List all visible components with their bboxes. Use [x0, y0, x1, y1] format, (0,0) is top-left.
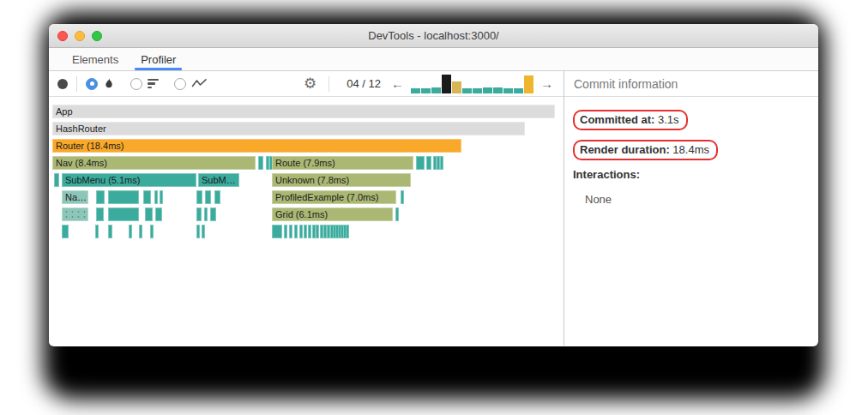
- flame-bar[interactable]: [129, 225, 132, 238]
- flame-bar[interactable]: [294, 225, 298, 238]
- interactions-radio[interactable]: [174, 78, 186, 90]
- flame-bar[interactable]: ProfiledExample (7.0ms): [272, 190, 396, 204]
- flame-bar[interactable]: [155, 208, 162, 221]
- flame-bar[interactable]: [154, 190, 158, 204]
- ranked-bars-icon: [148, 79, 159, 89]
- commit-bar[interactable]: [421, 88, 431, 93]
- commit-bar[interactable]: [514, 88, 523, 93]
- flame-bar[interactable]: [346, 225, 349, 238]
- tab-elements[interactable]: Elements: [61, 48, 130, 70]
- tab-profiler[interactable]: Profiler: [130, 48, 187, 70]
- zigzag-line-icon: [191, 76, 208, 92]
- ranked-radio[interactable]: [130, 78, 142, 90]
- flame-bar[interactable]: [95, 225, 99, 238]
- commit-selector-chart[interactable]: [411, 75, 533, 93]
- flame-bar[interactable]: [108, 190, 139, 204]
- flame-bar[interactable]: [210, 208, 216, 221]
- prev-commit-arrow-icon[interactable]: ←: [388, 76, 407, 91]
- commit-index: 04 / 12: [347, 77, 381, 90]
- flame-bar[interactable]: [139, 225, 142, 238]
- view-interactions-option[interactable]: [174, 76, 208, 92]
- flame-bar[interactable]: [62, 208, 88, 221]
- gear-icon[interactable]: ⚙: [304, 76, 316, 91]
- flame-bar[interactable]: [202, 225, 205, 238]
- profiler-pane: ⚙ 04 / 12 ← → AppHashRouterRouter (18.4m…: [49, 71, 564, 346]
- title-bar[interactable]: DevTools - localhost:3000/: [49, 24, 818, 48]
- flame-bar[interactable]: [308, 225, 311, 238]
- flame-bar[interactable]: Grid (6.1ms): [272, 208, 393, 221]
- panel-body: Committed at: 3.1s Render duration: 18.4…: [564, 97, 818, 212]
- flame-bar[interactable]: [54, 173, 59, 187]
- record-button[interactable]: [57, 79, 68, 89]
- flame-bar[interactable]: [304, 225, 307, 238]
- minimize-button[interactable]: [75, 31, 85, 41]
- commit-bar[interactable]: [483, 87, 492, 93]
- flame-bar[interactable]: [196, 190, 202, 204]
- flame-bar[interactable]: [143, 190, 151, 204]
- flame-bar[interactable]: [204, 208, 208, 221]
- traffic-lights: [57, 31, 102, 41]
- flamegraph-radio[interactable]: [86, 78, 98, 90]
- flame-bar[interactable]: [426, 156, 431, 170]
- toolbar-divider: [76, 76, 77, 92]
- committed-at-value: 3.1s: [658, 113, 679, 126]
- window-title: DevTools - localhost:3000/: [368, 29, 498, 42]
- flame-bar[interactable]: [401, 190, 404, 204]
- zoom-button[interactable]: [92, 31, 102, 41]
- panel-header: Commit information: [564, 71, 818, 97]
- flame-bar[interactable]: Nav (8.4ms): [52, 156, 256, 170]
- flame-bar[interactable]: [196, 225, 200, 238]
- view-flamegraph-option[interactable]: [86, 77, 115, 90]
- close-button[interactable]: [57, 31, 68, 41]
- devtools-window: DevTools - localhost:3000/ Elements Prof…: [49, 24, 818, 346]
- annotation-render-duration: Render duration: 18.4ms: [573, 140, 718, 160]
- interactions-none: None: [585, 193, 810, 206]
- flame-bar[interactable]: [214, 190, 220, 204]
- commit-bar[interactable]: [442, 75, 451, 93]
- commit-bar[interactable]: [431, 87, 441, 93]
- commit-bar[interactable]: [462, 88, 472, 93]
- main-area: ⚙ 04 / 12 ← → AppHashRouterRouter (18.4m…: [49, 71, 818, 346]
- flame-icon: [103, 77, 115, 90]
- flame-bar[interactable]: [289, 225, 292, 238]
- commit-info-panel: Commit information Committed at: 3.1s Re…: [564, 71, 818, 346]
- commit-bar[interactable]: [473, 88, 482, 93]
- tab-profiler-label: Profiler: [141, 53, 176, 66]
- flame-chart: AppHashRouterRouter (18.4ms)Nav (8.4ms)R…: [52, 105, 560, 345]
- flame-bar[interactable]: Unknown (7.8ms): [272, 173, 411, 187]
- flame-bar[interactable]: Na…: [62, 190, 88, 204]
- flame-bar[interactable]: [395, 208, 399, 221]
- commit-bar[interactable]: [411, 88, 420, 93]
- next-commit-arrow-icon[interactable]: →: [537, 76, 557, 91]
- flame-bar[interactable]: [299, 225, 303, 238]
- commit-bar[interactable]: [452, 81, 461, 93]
- commit-bar[interactable]: [503, 88, 513, 93]
- view-ranked-option[interactable]: [130, 78, 159, 90]
- commit-bar[interactable]: [493, 87, 503, 93]
- flame-bar[interactable]: [160, 190, 163, 204]
- flame-bar[interactable]: [62, 225, 69, 238]
- flame-bar[interactable]: [108, 208, 139, 221]
- flame-bar[interactable]: [96, 190, 105, 204]
- flame-bar[interactable]: [272, 225, 282, 238]
- flame-bar[interactable]: SubM…: [198, 173, 239, 187]
- flame-bar[interactable]: [96, 208, 104, 221]
- flame-bar[interactable]: [196, 208, 202, 221]
- flame-bar[interactable]: [150, 225, 154, 238]
- flame-bar[interactable]: Route (7.9ms): [272, 156, 413, 170]
- flame-bar[interactable]: [205, 190, 211, 204]
- flame-bar[interactable]: [284, 225, 287, 238]
- flame-bar[interactable]: Router (18.4ms): [52, 139, 461, 153]
- tab-elements-label: Elements: [72, 53, 118, 66]
- flame-bar[interactable]: SubMenu (5.1ms): [62, 173, 196, 187]
- flame-bar[interactable]: [416, 156, 425, 170]
- commit-bar[interactable]: [524, 75, 533, 93]
- toolbar-divider: [329, 76, 329, 92]
- flame-bar[interactable]: [258, 156, 263, 170]
- flame-bar[interactable]: [316, 225, 319, 238]
- flame-bar[interactable]: [145, 208, 153, 221]
- flame-bar[interactable]: App: [52, 105, 555, 118]
- flame-bar[interactable]: HashRouter: [52, 122, 525, 135]
- flame-bar[interactable]: [440, 156, 443, 170]
- flame-bar[interactable]: [108, 225, 112, 238]
